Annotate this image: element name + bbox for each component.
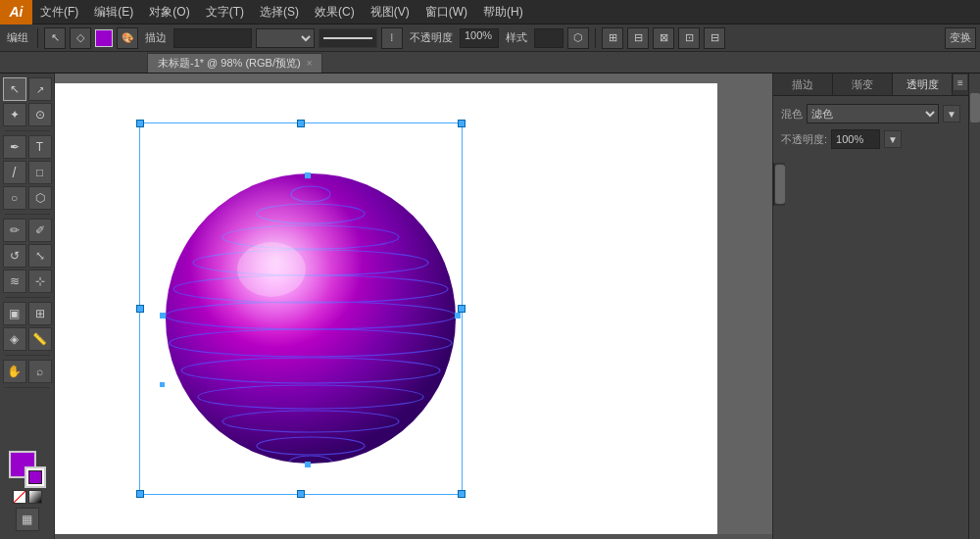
menu-edit[interactable]: 编辑(E) — [86, 0, 141, 24]
toolbar-btn-select[interactable]: ↖ — [44, 27, 66, 49]
rpanel-tab-gradient[interactable]: 渐变 — [833, 74, 893, 95]
toolbar-separator-2 — [595, 28, 596, 48]
tool-pen[interactable]: ✒ — [3, 135, 26, 159]
scroll-thumb[interactable] — [775, 165, 785, 204]
tool-row-2: ✦ ⊙ — [3, 103, 52, 126]
far-right-scroll[interactable] — [968, 74, 980, 539]
rpanel-opacity-row: 不透明度: ▼ — [781, 129, 960, 149]
tool-bar-graph[interactable]: ▦ — [16, 508, 39, 531]
style-input[interactable] — [534, 28, 564, 48]
tool-lasso[interactable]: ⊙ — [28, 103, 52, 126]
tool-row-9: ▣ ⊞ — [3, 302, 52, 325]
tool-row-4: / □ — [3, 161, 52, 184]
swatch-stroke-box[interactable] — [24, 466, 46, 488]
swatch-gradient[interactable] — [28, 490, 42, 504]
arrange-btn-1[interactable]: ⊞ — [602, 27, 623, 49]
sphere-svg — [159, 147, 463, 490]
blend-label: 混色 — [781, 107, 803, 122]
stroke-input[interactable] — [173, 28, 252, 48]
handle-tr[interactable] — [458, 120, 466, 127]
tool-polygon[interactable]: ⬡ — [28, 186, 52, 210]
tool-select[interactable]: ↖ — [3, 77, 26, 101]
svg-rect-19 — [160, 313, 166, 318]
tool-brush[interactable]: ✏ — [3, 219, 26, 242]
right-panel: 描边 渐变 透明度 ≡ 混色 滤色 ▼ 不透明度: ▼ — [772, 74, 968, 539]
menu-type[interactable]: 文字(T) — [198, 0, 252, 24]
style-icon[interactable]: ⬡ — [567, 27, 589, 49]
tab-close-btn[interactable]: × — [307, 58, 313, 69]
menu-window[interactable]: 窗口(W) — [417, 0, 475, 24]
swatch-main[interactable] — [9, 451, 46, 488]
handle-bl[interactable] — [136, 490, 144, 498]
stroke-line — [318, 28, 377, 48]
artboard — [55, 83, 717, 534]
ai-logo: Ai — [0, 0, 32, 24]
opacity-label: 不透明度 — [407, 30, 456, 45]
tool-zoom[interactable]: ⌕ — [28, 360, 52, 383]
handle-ml[interactable] — [136, 305, 144, 313]
menu-items: 文件(F) 编辑(E) 对象(O) 文字(T) 选择(S) 效果(C) 视图(V… — [32, 0, 531, 24]
menu-file[interactable]: 文件(F) — [32, 0, 86, 24]
menu-bar: Ai 文件(F) 编辑(E) 对象(O) 文字(T) 选择(S) 效果(C) 视… — [0, 0, 980, 24]
menu-select[interactable]: 选择(S) — [252, 0, 307, 24]
tool-mesh[interactable]: ⊞ — [28, 302, 52, 325]
tool-scale[interactable]: ⤡ — [28, 244, 52, 268]
stroke-label: 描边 — [142, 30, 170, 45]
tool-gradient[interactable]: ▣ — [3, 302, 26, 325]
rpanel-tab-stroke[interactable]: 描边 — [773, 74, 833, 95]
arrange-btn-2[interactable]: ⊟ — [627, 27, 649, 49]
menu-object[interactable]: 对象(O) — [141, 0, 197, 24]
tool-sep-3 — [5, 297, 50, 298]
arrange-btn-5[interactable]: ⊟ — [704, 27, 725, 49]
tab-title: 未标题-1* @ 98% (RGB/预览) — [158, 56, 301, 71]
toolbar-btn-shape[interactable]: ◇ — [70, 27, 91, 49]
tool-pencil[interactable]: ✐ — [28, 219, 52, 242]
tool-direct-select[interactable]: ↗ — [28, 77, 52, 101]
rpanel-blend-row: 混色 滤色 ▼ — [781, 104, 960, 123]
tool-ellipse[interactable]: ○ — [3, 186, 26, 210]
tool-line[interactable]: / — [3, 161, 26, 184]
sphere-container — [149, 132, 472, 505]
toolbar-color-picker[interactable]: 🎨 — [117, 27, 138, 49]
tool-sep-1 — [5, 130, 50, 131]
toolbar-fill-color[interactable] — [95, 29, 113, 47]
tool-rect[interactable]: □ — [28, 161, 52, 184]
right-scroll[interactable] — [773, 163, 785, 206]
tool-text[interactable]: T — [28, 135, 52, 159]
tool-rotate[interactable]: ↺ — [3, 244, 26, 268]
opacity-input[interactable]: 100% — [460, 28, 499, 48]
tool-hand[interactable]: ✋ — [3, 360, 26, 383]
arrange-btn-3[interactable]: ⊠ — [653, 27, 674, 49]
tool-row-5: ○ ⬡ — [3, 186, 52, 210]
tool-measure[interactable]: 📏 — [28, 327, 52, 351]
tool-magic-wand[interactable]: ✦ — [3, 103, 26, 126]
handle-tm[interactable] — [297, 120, 305, 127]
blend-mode-select[interactable]: 滤色 — [807, 104, 939, 123]
rpanel-tab-transparency[interactable]: 透明度 — [893, 74, 953, 95]
tool-free-transform[interactable]: ⊹ — [28, 270, 52, 293]
transform-label-btn[interactable]: 变换 — [945, 27, 976, 49]
toolbar: 编组 ↖ ◇ 🎨 描边 ⁞ 不透明度 100% 样式 ⬡ ⊞ ⊟ ⊠ ⊡ ⊟ 变… — [0, 24, 980, 52]
stroke-select[interactable] — [256, 28, 315, 48]
toolbar-align-btn[interactable]: ⁞ — [381, 27, 403, 49]
swatch-none[interactable] — [13, 490, 26, 504]
far-right-scroll-thumb[interactable] — [970, 93, 980, 122]
opacity-input-panel[interactable] — [831, 129, 880, 149]
toolbar-separator-1 — [37, 28, 38, 48]
menu-effect[interactable]: 效果(C) — [307, 0, 363, 24]
handle-tl[interactable] — [136, 120, 144, 127]
rpanel-menu-btn[interactable]: ≡ — [953, 74, 968, 91]
tool-row-6: ✏ ✐ — [3, 219, 52, 242]
tab-bar: 未标题-1* @ 98% (RGB/预览) × — [0, 52, 980, 74]
tool-warp[interactable]: ≋ — [3, 270, 26, 293]
svg-point-15 — [237, 242, 306, 297]
canvas-area[interactable] — [55, 74, 772, 534]
arrange-btn-4[interactable]: ⊡ — [678, 27, 700, 49]
opacity-options-btn[interactable]: ▼ — [884, 130, 902, 148]
menu-help[interactable]: 帮助(H) — [475, 0, 531, 24]
menu-view[interactable]: 视图(V) — [363, 0, 417, 24]
svg-rect-16 — [305, 172, 311, 178]
tab-document[interactable]: 未标题-1* @ 98% (RGB/预览) × — [147, 53, 322, 73]
blend-options-btn[interactable]: ▼ — [943, 105, 960, 122]
tool-eyedropper[interactable]: ◈ — [3, 327, 26, 351]
